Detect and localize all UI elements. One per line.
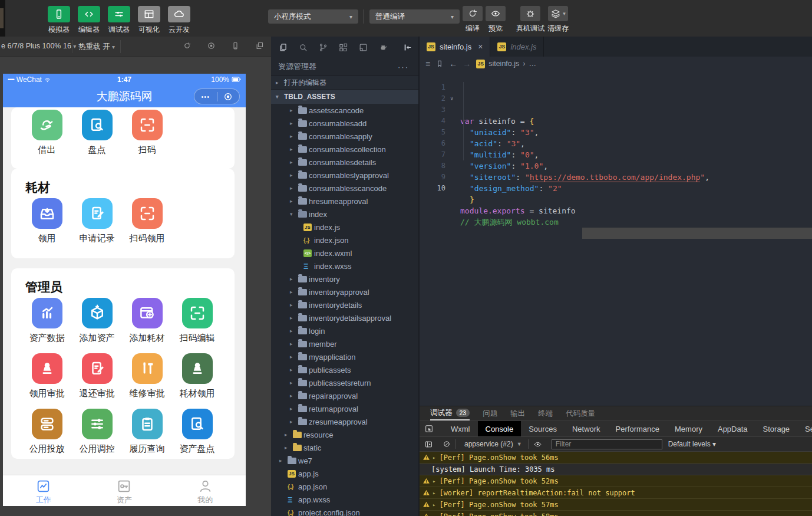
collapse-icon[interactable]	[402, 42, 412, 52]
app-entry-盘点[interactable]: 盘点	[72, 110, 122, 156]
devtools-tab-Network[interactable]: Network	[565, 421, 608, 436]
tab-我的[interactable]: 我的	[165, 475, 246, 506]
console-warning-row[interactable]: ▸ [worker] reportRealtimeAction:fail not…	[420, 487, 812, 499]
preview-button[interactable]: 预览	[486, 6, 506, 34]
console-filter-input[interactable]	[552, 439, 662, 449]
tree-item-static[interactable]: ▸ static	[271, 441, 418, 454]
app-entry-申请记录[interactable]: 申请记录	[72, 198, 122, 244]
app-entry-资产盘点[interactable]: 资产盘点	[172, 409, 222, 455]
expand-icon[interactable]: ▸	[433, 490, 435, 496]
devtools-tab-Console[interactable]: Console	[478, 421, 521, 436]
app-entry-添加耗材[interactable]: 添加耗材	[122, 298, 172, 344]
tree-item-assetsscancode[interactable]: ▸ assetsscancode	[271, 104, 418, 117]
tab-工作[interactable]: 工作	[3, 475, 84, 506]
menu-dots-icon[interactable]: •••	[194, 93, 217, 100]
tree-item-app.js[interactable]: JS app.js	[271, 467, 418, 480]
tree-item-app.json[interactable]: {..} app.json	[271, 480, 418, 493]
tree-item-app.wxss[interactable]: Ξ app.wxss	[271, 493, 418, 506]
open-editors-section[interactable]: ▸打开的编辑器	[271, 75, 418, 90]
bookmark-icon[interactable]	[435, 60, 444, 68]
close-icon[interactable]: ×	[478, 42, 483, 51]
app-entry-添加资产[interactable]: 添加资产	[72, 298, 122, 344]
debugger-toggle-button[interactable]: 调试器	[107, 6, 131, 35]
devtools-tab-Wxml[interactable]: Wxml	[443, 421, 478, 436]
tree-item-inventorydetails[interactable]: ▸ inventorydetails	[271, 298, 418, 311]
app-entry-退还审批[interactable]: 退还审批	[72, 353, 122, 399]
tree-item-consumablescollection[interactable]: ▸ consumablescollection	[271, 143, 418, 156]
tab-资产[interactable]: 资产	[84, 475, 164, 506]
tree-item-publicassetsreturn[interactable]: ▸ publicassetsreturn	[271, 376, 418, 389]
app-entry-资产数据[interactable]: 资产数据	[22, 298, 72, 344]
console-warning-row[interactable]: ▸ [Perf] Page.onShow took 52ms	[420, 475, 812, 487]
tree-item-consumablesdetails[interactable]: ▸ consumablesdetails	[271, 156, 418, 169]
panel-tab-调试器[interactable]: 调试器23	[430, 406, 470, 420]
devtools-tab-Performance[interactable]: Performance	[608, 421, 667, 436]
tree-item-resource[interactable]: ▸ resource	[271, 428, 418, 441]
nav-forward-icon[interactable]: →	[463, 59, 471, 68]
files-icon[interactable]	[278, 42, 288, 52]
tree-item-publicassets[interactable]: ▸ publicassets	[271, 363, 418, 376]
phone-icon[interactable]	[231, 41, 240, 50]
blocks-icon[interactable]	[338, 42, 348, 52]
branch-icon[interactable]	[318, 42, 328, 52]
capsule-menu[interactable]: •••	[194, 88, 240, 104]
winmulti-icon[interactable]	[255, 41, 264, 50]
app-entry-公用调控[interactable]: 公用调控	[72, 409, 122, 455]
tree-item-member[interactable]: ▸ member	[271, 337, 418, 350]
devtools-tab-Memory[interactable]: Memory	[667, 421, 710, 436]
panel-tab-输出[interactable]: 输出	[510, 406, 525, 420]
tree-item-consumablesapply[interactable]: ▸ consumablesapply	[271, 130, 418, 143]
devtools-tab-Storage[interactable]: Storage	[755, 421, 798, 436]
tree-item-login[interactable]: ▸ login	[271, 324, 418, 337]
compile-button[interactable]: 编译	[463, 6, 483, 34]
explorer-more-menu[interactable]: ···	[398, 63, 409, 71]
cloud-dev-toggle-button[interactable]: 云开发	[167, 6, 191, 35]
console-warning-row[interactable]: ▸ [Perf] Page.onShow took 57ms	[420, 499, 812, 511]
panel-tab-终端[interactable]: 终端	[538, 406, 553, 420]
tree-item-we7[interactable]: ▸ we7	[271, 454, 418, 467]
code-area[interactable]: 1 ∨ var siteinfo = { 2 "uniacid": "3", 3…	[420, 71, 812, 183]
hot-reload-toggle[interactable]: 热重载 开 ▾	[78, 42, 115, 52]
app-entry-公用投放[interactable]: 公用投放	[22, 409, 72, 455]
tree-item-index[interactable]: ▾ index	[271, 208, 418, 221]
clear-console-icon[interactable]	[443, 440, 451, 448]
context-select[interactable]: appservice (#2)	[464, 440, 513, 448]
editor-tab-siteinfo.js[interactable]: JS siteinfo.js ×	[420, 37, 490, 57]
console-warning-row[interactable]: ▸ [Perf] Page.onShow took 56ms	[420, 452, 812, 464]
simulator-toggle-button[interactable]: 模拟器	[47, 6, 71, 35]
inspect-icon[interactable]	[424, 424, 434, 433]
tree-item-index.wxss[interactable]: Ξ index.wxss	[271, 259, 418, 272]
tree-item-consumablesscancode[interactable]: ▸ consumablesscancode	[271, 182, 418, 195]
log-levels-select[interactable]: Default levels ▾	[668, 440, 716, 448]
breadcrumb[interactable]: JS siteinfo.js › …	[476, 60, 536, 68]
app-entry-领用[interactable]: 领用	[22, 198, 72, 244]
tree-item-consumableslyapproval[interactable]: ▸ consumableslyapproval	[271, 169, 418, 182]
console-warning-row[interactable]: ▸ [Perf] Page.onShow took 58ms	[420, 511, 812, 516]
tree-item-inventorydetailsapproval[interactable]: ▸ inventorydetailsapproval	[271, 311, 418, 324]
remote-debug-button[interactable]: 真机调试	[516, 6, 544, 34]
tree-item-inventoryapproval[interactable]: ▸ inventoryapproval	[271, 285, 418, 298]
visualization-toggle-button[interactable]: 可视化	[137, 6, 161, 35]
box-icon[interactable]	[358, 42, 368, 52]
refresh-icon[interactable]	[183, 41, 192, 50]
panel-tab-代码质量[interactable]: 代码质量	[566, 406, 595, 420]
tree-item-project.config.json[interactable]: {..} project.config.json	[271, 506, 418, 516]
app-entry-扫码编辑[interactable]: 扫码编辑	[172, 298, 222, 344]
expand-icon[interactable]: ▸	[433, 478, 435, 484]
device-selector[interactable]: e 6/7/8 Plus 100% 16 ▾	[1, 42, 76, 50]
expand-icon[interactable]: ▸	[433, 502, 435, 508]
tree-item-consumablesadd[interactable]: ▸ consumablesadd	[271, 117, 418, 130]
devtools-tab-Security[interactable]: Security	[797, 421, 812, 436]
tree-item-returnapproval[interactable]: ▸ returnapproval	[271, 402, 418, 415]
tree-item-inventory[interactable]: ▸ inventory	[271, 272, 418, 285]
panel-tab-问题[interactable]: 问题	[483, 406, 497, 420]
tree-item-myapplication[interactable]: ▸ myapplication	[271, 350, 418, 363]
chevron-down-icon[interactable]: ▼	[517, 441, 522, 447]
editor-tab-index.js[interactable]: JS index.js	[490, 37, 544, 57]
record-icon[interactable]	[207, 41, 216, 50]
app-entry-扫码[interactable]: 扫码	[122, 110, 172, 156]
tree-item-index.js[interactable]: JS index.js	[271, 221, 418, 234]
app-entry-耗材领用[interactable]: 耗材领用	[172, 353, 222, 399]
expand-icon[interactable]: ▸	[433, 514, 435, 516]
search-icon[interactable]	[298, 42, 308, 52]
